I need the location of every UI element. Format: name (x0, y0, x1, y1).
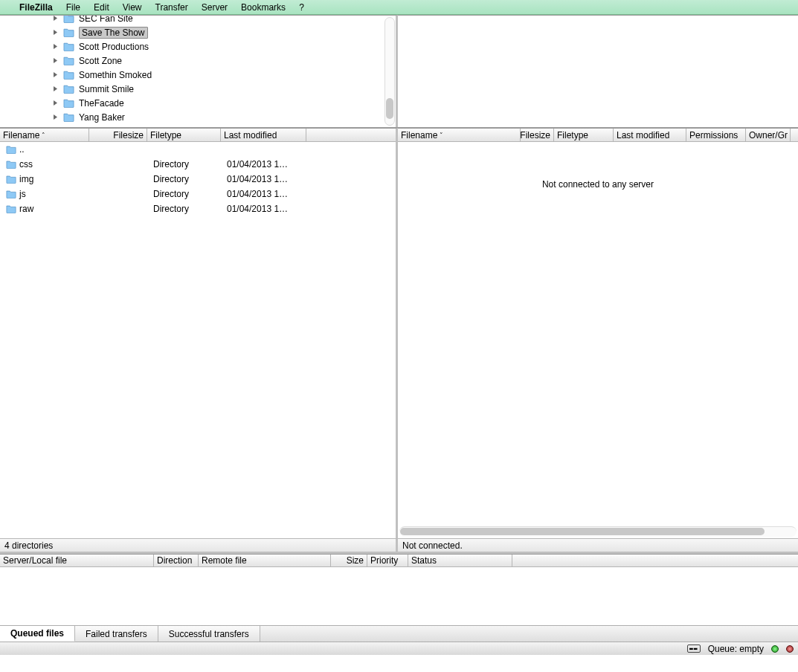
menu-edit[interactable]: Edit (94, 2, 109, 13)
column-label: Server/Local file (3, 555, 67, 566)
folder-icon (63, 70, 74, 80)
folder-icon (63, 28, 74, 37)
column-header[interactable]: Last modified (614, 129, 686, 141)
column-header[interactable]: Priority (367, 555, 408, 566)
expand-arrow-icon[interactable] (52, 71, 59, 78)
column-header[interactable]: Filetype (147, 129, 221, 141)
column-label: Status (411, 555, 437, 566)
column-header[interactable]: Owner/Gr (746, 129, 791, 141)
queue-tab[interactable]: Failed transfers (75, 626, 158, 642)
menu-bookmarks[interactable]: Bookmarks (241, 2, 286, 13)
menu-view[interactable]: View (123, 2, 142, 13)
tree-item-label: TheFacade (79, 98, 124, 109)
column-header[interactable]: Filesize (89, 129, 147, 141)
column-label: Filesize (521, 130, 550, 140)
tree-item-label: Summit Smile (79, 84, 134, 94)
folder-icon (6, 204, 16, 213)
expand-arrow-icon[interactable] (52, 100, 59, 106)
status-bar: ▬▬ Queue: empty (0, 642, 798, 655)
queue-tab[interactable]: Queued files (0, 626, 75, 642)
queue-column-headers: Server/Local fileDirectionRemote fileSiz… (0, 554, 798, 567)
column-header[interactable]: Server/Local file (0, 555, 154, 566)
folder-icon (63, 42, 74, 51)
list-row[interactable]: jsDirectory01/04/2013 1… (0, 187, 396, 201)
folder-icon (63, 98, 74, 108)
expand-arrow-icon[interactable] (52, 15, 59, 22)
folder-icon (63, 112, 74, 122)
tree-item[interactable]: Scott Productions (52, 39, 396, 54)
column-label: Last modified (617, 130, 669, 140)
local-status: 4 directories (0, 538, 398, 552)
column-header[interactable]: Permissions (686, 129, 746, 141)
tree-item-label: Somethin Smoked (79, 70, 152, 80)
keyboard-indicator-icon: ▬▬ (687, 644, 701, 653)
app-name[interactable]: FileZilla (19, 2, 53, 13)
column-label: Owner/Gr (749, 130, 788, 140)
menu-help[interactable]: ? (299, 2, 304, 13)
remote-status: Not connected. (398, 538, 798, 552)
tree-item[interactable]: TheFacade (52, 96, 396, 110)
file-type: Directory (153, 174, 189, 184)
tree-item[interactable]: Scott Zone (52, 54, 396, 68)
list-row[interactable]: rawDirectory01/04/2013 1… (0, 201, 396, 216)
indicator-red-icon (786, 645, 794, 653)
tree-item[interactable]: SEC Fan Site (52, 15, 396, 25)
column-label: Filetype (150, 130, 181, 140)
queue-body[interactable] (0, 567, 798, 625)
column-header[interactable]: Filetype (554, 129, 614, 141)
scrollbar[interactable] (384, 17, 395, 126)
local-list-pane: Filename ˄FilesizeFiletypeLast modified … (0, 128, 398, 538)
tree-item-label: Scott Productions (79, 42, 149, 52)
expand-arrow-icon[interactable] (52, 57, 59, 64)
column-header[interactable]: Filename ˅ (398, 129, 521, 141)
column-header[interactable]: Status (408, 555, 512, 566)
menu-server[interactable]: Server (202, 2, 228, 13)
remote-tree-pane[interactable] (398, 15, 798, 127)
expand-arrow-icon[interactable] (52, 85, 59, 92)
file-modified: 01/04/2013 1… (227, 174, 288, 184)
file-name: raw (19, 204, 33, 214)
column-label: Permissions (689, 130, 738, 140)
column-header[interactable]: Filename ˄ (0, 129, 89, 141)
column-header[interactable]: Size (331, 555, 367, 566)
expand-arrow-icon[interactable] (52, 29, 59, 36)
tree-panes: SEC Fan SiteSave The ShowScott Productio… (0, 15, 798, 128)
list-row[interactable]: .. (0, 142, 396, 157)
tree-item[interactable]: Summit Smile (52, 82, 396, 96)
list-panes: Filename ˄FilesizeFiletypeLast modified … (0, 128, 798, 538)
folder-icon (6, 160, 16, 169)
file-modified: 01/04/2013 1… (227, 159, 288, 169)
file-type: Directory (153, 204, 189, 214)
expand-arrow-icon[interactable] (52, 43, 59, 50)
tree-item[interactable]: Yang Baker (52, 110, 396, 124)
column-header[interactable]: Filesize (521, 129, 554, 141)
column-header[interactable]: Remote file (199, 555, 331, 566)
file-modified: 01/04/2013 1… (227, 189, 288, 199)
remote-list-body[interactable]: Not connected to any server (398, 142, 798, 538)
file-name: .. (19, 144, 25, 155)
queue-tabs: Queued filesFailed transfersSuccessful t… (0, 625, 798, 642)
list-row[interactable]: cssDirectory01/04/2013 1… (0, 157, 396, 172)
file-type: Directory (153, 189, 189, 199)
file-type: Directory (153, 159, 189, 169)
local-tree-pane[interactable]: SEC Fan SiteSave The ShowScott Productio… (0, 15, 398, 127)
column-label: Last modified (224, 130, 277, 140)
folder-icon (6, 145, 16, 154)
folder-icon (63, 56, 74, 65)
local-list-body[interactable]: ..cssDirectory01/04/2013 1…imgDirectory0… (0, 142, 396, 538)
menu-file[interactable]: File (66, 2, 80, 13)
expand-arrow-icon[interactable] (52, 114, 59, 120)
folder-icon (6, 175, 16, 184)
menu-transfer[interactable]: Transfer (155, 2, 188, 13)
local-column-headers: Filename ˄FilesizeFiletypeLast modified (0, 129, 396, 142)
remote-empty-message: Not connected to any server (398, 179, 798, 190)
column-header[interactable]: Last modified (221, 129, 306, 141)
tree-item[interactable]: Somethin Smoked (52, 68, 396, 82)
scroll-thumb[interactable] (386, 98, 393, 119)
queue-tab[interactable]: Successful transfers (158, 626, 260, 642)
tree-item[interactable]: Save The Show (52, 25, 396, 39)
scrollbar[interactable] (399, 526, 797, 537)
scroll-thumb[interactable] (400, 528, 765, 535)
list-row[interactable]: imgDirectory01/04/2013 1… (0, 172, 396, 187)
column-header[interactable]: Direction (154, 555, 199, 566)
